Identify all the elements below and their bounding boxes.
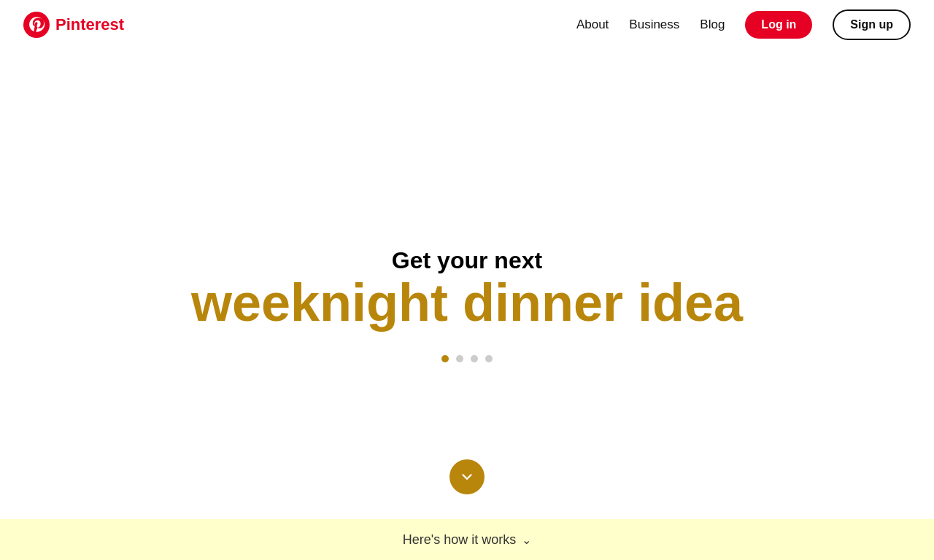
pinterest-logo-icon xyxy=(23,12,50,38)
how-it-works-label: Here's how it works xyxy=(403,532,516,548)
how-it-works-bar[interactable]: Here's how it works ⌄ xyxy=(0,519,934,560)
logo-link[interactable]: Pinterest xyxy=(23,12,124,38)
carousel-dot-1[interactable] xyxy=(441,355,449,362)
navbar-right: About Business Blog Log in Sign up xyxy=(576,9,911,40)
chevron-down-icon xyxy=(459,469,475,485)
scroll-down-button[interactable] xyxy=(449,459,485,494)
hero-heading-main: Get your next xyxy=(392,247,542,274)
login-button[interactable]: Log in xyxy=(745,11,812,39)
nav-business[interactable]: Business xyxy=(629,18,679,32)
signup-button[interactable]: Sign up xyxy=(833,9,911,40)
hero-heading-accent: weeknight dinner idea xyxy=(191,274,743,332)
carousel-dot-3[interactable] xyxy=(471,355,478,362)
carousel-dot-2[interactable] xyxy=(456,355,463,362)
how-it-works-text: Here's how it works ⌄ xyxy=(403,532,531,548)
how-it-works-chevron-icon: ⌄ xyxy=(522,533,531,547)
navbar: Pinterest About Business Blog Log in Sig… xyxy=(0,0,934,50)
logo-text: Pinterest xyxy=(55,15,124,34)
nav-about[interactable]: About xyxy=(576,18,609,32)
carousel-dots xyxy=(441,355,493,362)
nav-blog[interactable]: Blog xyxy=(700,18,725,32)
svg-point-0 xyxy=(23,12,50,38)
carousel-dot-4[interactable] xyxy=(485,355,493,362)
